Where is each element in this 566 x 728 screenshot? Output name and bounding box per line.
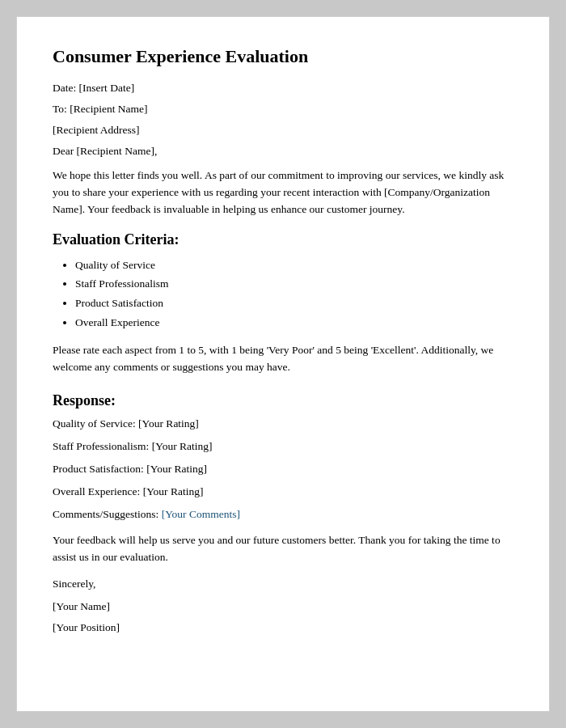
response-staff-label: Staff Professionalism: — [53, 440, 152, 452]
comments-item: Comments/Suggestions: [Your Comments] — [53, 508, 513, 521]
criteria-item-2: Staff Professionalism — [75, 275, 513, 293]
response-quality: Quality of Service: [Your Rating] — [53, 417, 513, 430]
response-product-label: Product Satisfaction: — [53, 463, 146, 475]
intro-paragraph: We hope this letter finds you well. As p… — [53, 167, 513, 218]
sincerely-line: Sincerely, — [53, 578, 513, 590]
response-quality-label: Quality of Service: — [53, 417, 138, 430]
response-staff: Staff Professionalism: [Your Rating] — [53, 440, 513, 453]
document-title: Consumer Experience Evaluation — [53, 46, 513, 67]
response-staff-placeholder: [Your Rating] — [152, 440, 213, 452]
rating-description: Please rate each aspect from 1 to 5, wit… — [53, 342, 513, 376]
greeting-line: Dear [Recipient Name], — [53, 145, 513, 158]
response-overall-label: Overall Experience: — [53, 485, 143, 497]
response-overall-placeholder: [Your Rating] — [143, 485, 204, 497]
comments-label: Comments/Suggestions: — [53, 508, 162, 520]
criteria-list: Quality of Service Staff Professionalism… — [53, 256, 513, 331]
criteria-item-4: Overall Experience — [75, 314, 513, 332]
response-overall: Overall Experience: [Your Rating] — [53, 485, 513, 498]
response-product: Product Satisfaction: [Your Rating] — [53, 463, 513, 476]
criteria-item-3: Product Satisfaction — [75, 294, 513, 312]
address-line: [Recipient Address] — [53, 124, 513, 137]
response-heading: Response: — [53, 392, 513, 409]
to-line: To: [Recipient Name] — [53, 103, 513, 116]
criteria-heading: Evaluation Criteria: — [53, 231, 513, 248]
response-product-placeholder: [Your Rating] — [146, 463, 207, 475]
date-line: Date: [Insert Date] — [53, 82, 513, 95]
response-quality-placeholder: [Your Rating] — [138, 417, 199, 430]
your-position: [Your Position] — [53, 621, 513, 634]
closing-paragraph: Your feedback will help us serve you and… — [53, 532, 513, 566]
document-container: Consumer Experience Evaluation Date: [In… — [16, 16, 550, 712]
criteria-item-1: Quality of Service — [75, 256, 513, 274]
your-name: [Your Name] — [53, 600, 513, 613]
comments-placeholder: [Your Comments] — [162, 508, 240, 520]
